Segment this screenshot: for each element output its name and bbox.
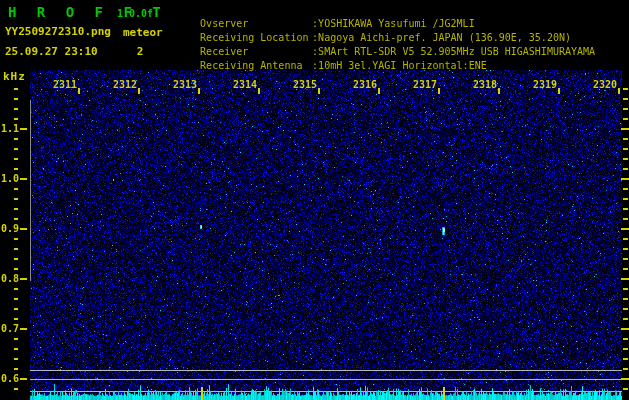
time-tick-label: 2316 bbox=[353, 79, 377, 90]
freq-major-tick-right bbox=[621, 278, 629, 280]
freq-minor-tick bbox=[14, 118, 18, 120]
freq-minor-tick-right bbox=[623, 148, 628, 150]
time-tick-label: 2319 bbox=[533, 79, 557, 90]
freq-minor-tick-right bbox=[623, 138, 628, 140]
freq-minor-tick bbox=[14, 148, 18, 150]
freq-minor-tick-right bbox=[623, 298, 628, 300]
freq-major-tick bbox=[20, 128, 27, 130]
mode-label: meteor bbox=[123, 26, 163, 39]
freq-minor-tick-right bbox=[623, 248, 628, 250]
time-tick-label: 2320 bbox=[593, 79, 617, 90]
info-label: Receiving Antenna bbox=[200, 60, 312, 71]
freq-minor-tick bbox=[14, 388, 18, 390]
time-tick-label: 2317 bbox=[413, 79, 437, 90]
freq-minor-tick bbox=[14, 308, 18, 310]
freq-minor-tick-right bbox=[623, 318, 628, 320]
freq-minor-tick-right bbox=[623, 158, 628, 160]
time-tick bbox=[138, 88, 140, 94]
time-tick bbox=[618, 88, 620, 94]
freq-axis-unit: kHz bbox=[3, 70, 26, 83]
freq-minor-tick-right bbox=[623, 88, 628, 90]
freq-minor-tick-right bbox=[623, 348, 628, 350]
freq-minor-tick-right bbox=[623, 268, 628, 270]
freq-major-tick bbox=[20, 378, 27, 380]
hrofft-output-image: H R O F F T 1.0.0f YY2509272310.png mete… bbox=[0, 0, 629, 400]
time-tick bbox=[378, 88, 380, 94]
freq-tick-label: 0.8 bbox=[1, 273, 19, 284]
freq-minor-tick-right bbox=[623, 118, 628, 120]
freq-minor-tick-right bbox=[623, 258, 628, 260]
freq-minor-tick bbox=[14, 298, 18, 300]
freq-minor-tick bbox=[14, 218, 18, 220]
time-tick bbox=[498, 88, 500, 94]
freq-major-tick bbox=[20, 228, 27, 230]
freq-minor-tick-right bbox=[623, 218, 628, 220]
freq-minor-tick bbox=[14, 198, 18, 200]
freq-minor-tick-right bbox=[623, 108, 628, 110]
freq-minor-tick bbox=[14, 138, 18, 140]
freq-major-tick bbox=[20, 328, 27, 330]
freq-major-tick-right bbox=[621, 228, 629, 230]
time-tick-label: 2311 bbox=[53, 79, 77, 90]
meteor-count: 2 bbox=[132, 45, 148, 58]
freq-minor-tick bbox=[14, 208, 18, 210]
freq-minor-tick-right bbox=[623, 168, 628, 170]
freq-minor-tick bbox=[14, 158, 18, 160]
freq-minor-tick bbox=[14, 288, 18, 290]
freq-tick-label: 0.6 bbox=[1, 373, 19, 384]
freq-major-tick bbox=[20, 278, 27, 280]
freq-tick-label: 1.0 bbox=[1, 173, 19, 184]
freq-minor-tick-right bbox=[623, 288, 628, 290]
freq-minor-tick bbox=[14, 168, 18, 170]
freq-minor-tick-right bbox=[623, 198, 628, 200]
freq-minor-tick bbox=[14, 268, 18, 270]
freq-minor-tick-right bbox=[623, 338, 628, 340]
freq-minor-tick bbox=[14, 368, 18, 370]
freq-minor-tick bbox=[14, 248, 18, 250]
freq-major-tick bbox=[20, 178, 27, 180]
freq-minor-tick-right bbox=[623, 208, 628, 210]
freq-minor-tick bbox=[14, 338, 18, 340]
freq-minor-tick-right bbox=[623, 98, 628, 100]
observation-datetime: 25.09.27 23:10 bbox=[5, 45, 98, 58]
time-tick-label: 2312 bbox=[113, 79, 137, 90]
time-tick bbox=[198, 88, 200, 94]
output-filename: YY2509272310.png bbox=[5, 25, 111, 38]
freq-minor-tick bbox=[14, 98, 18, 100]
freq-major-tick-right bbox=[621, 178, 629, 180]
time-tick bbox=[318, 88, 320, 94]
time-tick bbox=[78, 88, 80, 94]
freq-tick-label: 0.7 bbox=[1, 323, 19, 334]
freq-major-tick-right bbox=[621, 128, 629, 130]
time-tick-label: 2313 bbox=[173, 79, 197, 90]
freq-minor-tick bbox=[14, 88, 18, 90]
freq-tick-label: 1.1 bbox=[1, 123, 19, 134]
freq-minor-tick-right bbox=[623, 308, 628, 310]
info-line-antenna: Receiving Antenna:10mH 3el.YAGI Horizont… bbox=[176, 49, 487, 82]
freq-minor-tick bbox=[14, 108, 18, 110]
freq-minor-tick bbox=[14, 318, 18, 320]
time-tick-label: 2314 bbox=[233, 79, 257, 90]
freq-minor-tick-right bbox=[623, 358, 628, 360]
freq-minor-tick bbox=[14, 258, 18, 260]
freq-minor-tick-right bbox=[623, 188, 628, 190]
freq-minor-tick-right bbox=[623, 368, 628, 370]
time-tick-label: 2315 bbox=[293, 79, 317, 90]
app-version: 1.0.0f bbox=[117, 8, 153, 19]
freq-minor-tick bbox=[14, 188, 18, 190]
freq-tick-label: 0.9 bbox=[1, 223, 19, 234]
freq-major-tick-right bbox=[621, 378, 629, 380]
time-tick bbox=[558, 88, 560, 94]
freq-minor-tick-right bbox=[623, 238, 628, 240]
freq-minor-tick bbox=[14, 238, 18, 240]
time-tick bbox=[258, 88, 260, 94]
time-tick bbox=[438, 88, 440, 94]
freq-minor-tick-right bbox=[623, 388, 628, 390]
freq-minor-tick bbox=[14, 358, 18, 360]
freq-major-tick-right bbox=[621, 328, 629, 330]
freq-minor-tick bbox=[14, 348, 18, 350]
time-tick-label: 2318 bbox=[473, 79, 497, 90]
info-value: :10mH 3el.YAGI Horizontal:ENE bbox=[312, 60, 487, 71]
